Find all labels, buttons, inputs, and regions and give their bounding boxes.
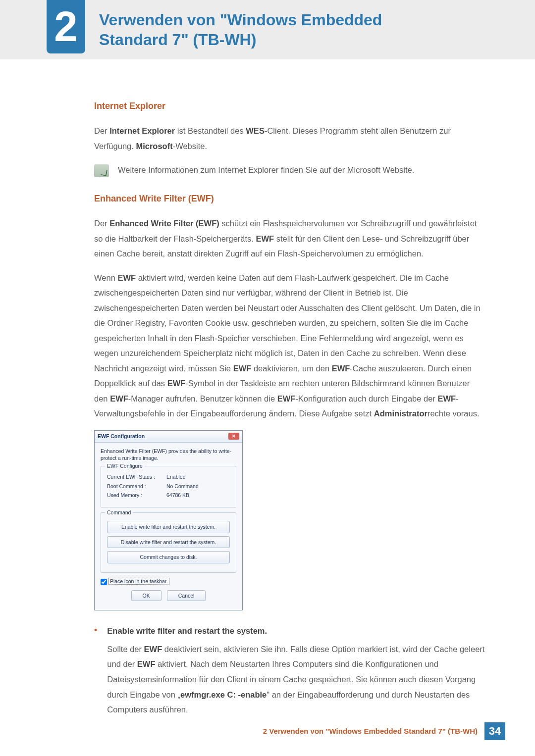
cancel-button[interactable]: Cancel [167,590,206,602]
note-icon [94,164,109,177]
taskbar-icon-label: Place icon in the taskbar. [108,578,169,585]
page-number: 34 [484,722,505,740]
ewf-paragraph-1: Der Enhanced Write Filter (EWF) schützt … [94,216,485,261]
note-row: Weitere Informationen zum Internet Explo… [94,162,485,178]
ewf-config-dialog: EWF Configuration ✕ Enhanced Write Filte… [94,430,243,611]
page-header: 2 Verwenden von "Windows Embedded Standa… [0,0,535,59]
legend-configure: EWF Configure [105,462,145,470]
chapter-title-line2: Standard 7" (TB-WH) [99,31,256,49]
bullet-title: Enable write filter and restart the syst… [107,623,485,639]
footer-text: 2 Verwenden von "Windows Embedded Standa… [263,724,478,738]
note-text: Weitere Informationen zum Internet Explo… [118,162,414,178]
row-status: Current EWF Staus :Enabled [107,473,230,481]
commit-changes-button[interactable]: Commit changes to disk. [107,551,230,563]
heading-ewf: Enhanced Write Filter (EWF) [94,191,485,207]
taskbar-icon-checkbox-row: Place icon in the taskbar. [101,578,236,585]
row-boot: Boot Command :No Command [107,483,230,490]
close-icon[interactable]: ✕ [228,433,239,440]
dialog-description: Enhanced Write Filter (EWF) provides the… [101,448,236,462]
page-footer: 2 Verwenden von "Windows Embedded Standa… [263,722,505,740]
bullet-content: Enable write filter and restart the syst… [107,623,485,717]
bullet-body: Sollte der EWF deaktiviert sein, aktivie… [107,642,485,717]
ewf-paragraph-2: Wenn EWF aktiviert wird, werden keine Da… [94,270,485,421]
ie-paragraph: Der Internet Explorer ist Bestandteil de… [94,123,485,153]
chapter-title-line1: Verwenden von "Windows Embedded [99,11,382,29]
chapter-number-badge: 2 [47,0,85,53]
legend-command: Command [105,509,133,516]
page-content: Internet Explorer Der Internet Explorer … [0,59,535,717]
dialog-title-text: EWF Configuration [98,433,145,440]
fieldset-configure: EWF Configure Current EWF Staus :Enabled… [101,466,236,507]
dialog-titlebar: EWF Configuration ✕ [95,431,242,443]
heading-internet-explorer: Internet Explorer [94,98,485,114]
row-memory: Used Memory :64786 KB [107,492,230,499]
dialog-button-row: OK Cancel [101,590,236,605]
bullet-enable-filter: • Enable write filter and restart the sy… [94,623,485,717]
chapter-title: Verwenden von "Windows Embedded Standard… [99,10,382,50]
enable-filter-button[interactable]: Enable write filter and restart the syst… [107,521,230,533]
disable-filter-button[interactable]: Disable write filter and restart the sys… [107,536,230,549]
bullet-dot-icon: • [94,623,97,717]
ok-button[interactable]: OK [131,590,161,602]
dialog-body: Enhanced Write Filter (EWF) provides the… [95,443,242,610]
fieldset-command: Command Enable write filter and restart … [101,512,236,573]
taskbar-icon-checkbox[interactable] [101,579,107,585]
